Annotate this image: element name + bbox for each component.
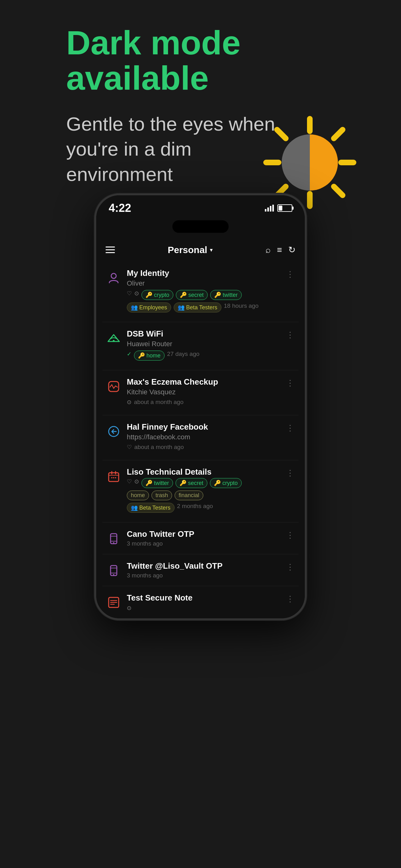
tag-secret: 🔑 secret	[176, 290, 208, 300]
svg-point-16	[111, 273, 116, 278]
item-subtitle: Oliver	[127, 279, 280, 287]
item-title: Cano Twitter OTP	[127, 529, 280, 539]
header-actions: ⌕ ≡ ↻	[265, 245, 295, 255]
login-icon	[106, 423, 122, 440]
group-employees: 👥 Employees	[127, 303, 171, 312]
item-content: Cano Twitter OTP 3 months ago	[127, 529, 280, 547]
status-time: 4:22	[109, 202, 131, 215]
vault-selector[interactable]: Personal ▾	[168, 245, 213, 255]
group-beta-testers: 👥 Beta Testers	[174, 303, 222, 312]
volume-up-button	[94, 277, 96, 302]
phone-mockup: 4:22	[94, 193, 307, 620]
tag-crypto: 🔑 crypto	[141, 290, 173, 300]
item-meta-row: ♡ about a month ago	[127, 444, 280, 451]
svg-rect-12	[265, 209, 266, 212]
item-tags-2: home trash financial	[127, 491, 280, 500]
svg-point-35	[113, 574, 114, 575]
dynamic-island	[172, 220, 229, 233]
mute-button	[94, 251, 96, 270]
search-icon[interactable]: ⌕	[265, 245, 271, 255]
item-meta: about a month ago	[134, 444, 183, 451]
item-tags: ♡ ⊙ 🔑 crypto 🔑 secret 🔑 twitter	[127, 290, 280, 300]
item-subtitle: Huawei Router	[127, 340, 280, 348]
more-options-button[interactable]: ⋮	[285, 269, 295, 281]
app-header: Personal ▾ ⌕ ≡ ↻	[96, 239, 305, 261]
svg-point-25	[111, 477, 112, 478]
item-title: DSB WiFi	[127, 329, 280, 339]
svg-rect-13	[267, 208, 269, 212]
item-subtitle: Kitchie Vasquez	[127, 388, 280, 396]
wifi-icon	[106, 330, 122, 346]
tag-secret: 🔑 secret	[175, 478, 207, 488]
item-content: DSB WiFi Huawei Router ✓ 🔑 home 27 days …	[127, 329, 280, 363]
item-title: Test Secure Note	[127, 593, 280, 603]
status-bar: 4:22	[96, 195, 305, 218]
item-meta: 18 hours ago	[224, 303, 259, 312]
svg-point-18	[113, 340, 114, 342]
volume-down-button	[94, 308, 96, 333]
item-title: Twitter @Liso_Vault OTP	[127, 561, 280, 571]
item-meta-row: ⊙ about a month ago	[127, 399, 280, 406]
items-list: My Identity Oliver ♡ ⊙ 🔑 crypto 🔑 secret…	[96, 261, 305, 618]
tag-home: home	[127, 491, 149, 500]
identity-icon	[106, 270, 122, 286]
more-options-button[interactable]: ⋮	[285, 529, 295, 541]
share-icon[interactable]: ↻	[288, 245, 295, 255]
item-content: My Identity Oliver ♡ ⊙ 🔑 crypto 🔑 secret…	[127, 269, 280, 315]
svg-rect-14	[270, 206, 271, 212]
tag-financial: financial	[175, 491, 203, 500]
item-meta: 27 days ago	[167, 350, 200, 361]
list-item: Hal Finney Facebook https://facebook.com…	[102, 415, 299, 460]
svg-point-26	[113, 477, 114, 478]
health-icon	[106, 378, 122, 395]
hamburger-menu[interactable]	[106, 247, 115, 253]
more-options-button[interactable]: ⋮	[285, 561, 295, 574]
item-title: Liso Technical Details	[127, 467, 280, 477]
hero-section: Dark mode available Gentle to the eyes w…	[60, 25, 341, 620]
item-content: Max's Eczema Checkup Kitchie Vasquez ⊙ a…	[127, 377, 280, 408]
battery-icon	[277, 204, 292, 212]
status-icons	[265, 204, 292, 212]
svg-line-6	[334, 130, 343, 138]
hamburger-line-1	[106, 247, 115, 247]
more-options-button[interactable]: ⋮	[285, 593, 295, 605]
item-groups: 👥 Employees 👥 Beta Testers 18 hours ago	[127, 303, 280, 312]
more-options-button[interactable]: ⋮	[285, 422, 295, 434]
svg-rect-15	[272, 205, 274, 212]
hamburger-line-3	[106, 252, 115, 253]
item-meta: 3 months ago	[127, 572, 280, 579]
signal-icon	[265, 205, 274, 212]
list-item: Cano Twitter OTP 3 months ago ⋮	[102, 522, 299, 554]
list-item: Liso Technical Details ♡ ⊙ 🔑 twitter 🔑 s…	[102, 460, 299, 522]
list-item: My Identity Oliver ♡ ⊙ 🔑 crypto 🔑 secret…	[102, 261, 299, 322]
svg-line-5	[334, 187, 343, 195]
more-options-button[interactable]: ⋮	[285, 329, 295, 341]
tag-home: 🔑 home	[134, 350, 165, 361]
hero-title: Dark mode available	[66, 25, 335, 96]
hamburger-line-2	[106, 249, 115, 250]
list-item: Test Secure Note ⊙ ⋮	[102, 586, 299, 618]
item-subtitle: https://facebook.com	[127, 433, 280, 441]
item-groups: 👥 Beta Testers 2 months ago	[127, 503, 280, 513]
list-item: Twitter @Liso_Vault OTP 3 months ago ⋮	[102, 554, 299, 586]
filter-icon[interactable]: ≡	[277, 245, 282, 255]
more-options-button[interactable]: ⋮	[285, 467, 295, 479]
item-title: My Identity	[127, 269, 280, 278]
note-icon	[106, 594, 122, 611]
otp-icon	[106, 531, 122, 547]
item-meta: 3 months ago	[127, 540, 280, 547]
list-item: Max's Eczema Checkup Kitchie Vasquez ⊙ a…	[102, 370, 299, 415]
svg-point-31	[113, 542, 114, 544]
power-button	[305, 258, 307, 283]
tag-twitter: 🔑 twitter	[210, 290, 242, 300]
item-content: Twitter @Liso_Vault OTP 3 months ago	[127, 561, 280, 579]
chevron-down-icon: ▾	[210, 247, 213, 253]
otp-icon-2	[106, 562, 122, 579]
tag-trash: trash	[152, 491, 172, 500]
list-item: DSB WiFi Huawei Router ✓ 🔑 home 27 days …	[102, 322, 299, 370]
group-beta-testers: 👥 Beta Testers	[127, 503, 175, 513]
tag-twitter: 🔑 twitter	[141, 478, 173, 488]
item-title: Max's Eczema Checkup	[127, 377, 280, 387]
item-tags: ✓ 🔑 home 27 days ago	[127, 350, 280, 361]
more-options-button[interactable]: ⋮	[285, 377, 295, 389]
